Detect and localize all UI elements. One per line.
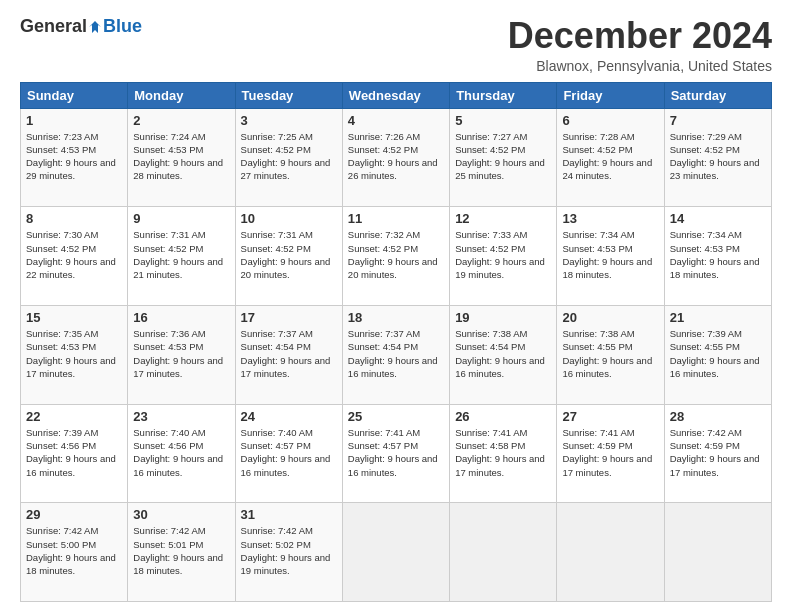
calendar-cell: 13Sunrise: 7:34 AMSunset: 4:53 PMDayligh… [557, 207, 664, 306]
calendar-header-monday: Monday [128, 82, 235, 108]
logo-general: General [20, 16, 87, 37]
page: General Blue December 2024 Blawnox, Penn… [0, 0, 792, 612]
day-number: 12 [455, 211, 551, 226]
location: Blawnox, Pennsylvania, United States [508, 58, 772, 74]
calendar-cell: 6Sunrise: 7:28 AMSunset: 4:52 PMDaylight… [557, 108, 664, 207]
logo-text: General Blue [20, 16, 142, 37]
calendar-week-row-1: 1Sunrise: 7:23 AMSunset: 4:53 PMDaylight… [21, 108, 772, 207]
cell-details: Sunrise: 7:41 AMSunset: 4:59 PMDaylight:… [562, 427, 652, 478]
calendar-cell: 4Sunrise: 7:26 AMSunset: 4:52 PMDaylight… [342, 108, 449, 207]
calendar-cell: 15Sunrise: 7:35 AMSunset: 4:53 PMDayligh… [21, 305, 128, 404]
calendar-cell: 18Sunrise: 7:37 AMSunset: 4:54 PMDayligh… [342, 305, 449, 404]
cell-details: Sunrise: 7:31 AMSunset: 4:52 PMDaylight:… [241, 229, 331, 280]
day-number: 3 [241, 113, 337, 128]
calendar-cell: 19Sunrise: 7:38 AMSunset: 4:54 PMDayligh… [450, 305, 557, 404]
calendar-cell: 24Sunrise: 7:40 AMSunset: 4:57 PMDayligh… [235, 404, 342, 503]
cell-details: Sunrise: 7:39 AMSunset: 4:55 PMDaylight:… [670, 328, 760, 379]
calendar-cell [450, 503, 557, 602]
cell-details: Sunrise: 7:24 AMSunset: 4:53 PMDaylight:… [133, 131, 223, 182]
day-number: 5 [455, 113, 551, 128]
cell-details: Sunrise: 7:37 AMSunset: 4:54 PMDaylight:… [241, 328, 331, 379]
calendar-header-row: SundayMondayTuesdayWednesdayThursdayFrid… [21, 82, 772, 108]
title-block: December 2024 Blawnox, Pennsylvania, Uni… [508, 16, 772, 74]
calendar-header-wednesday: Wednesday [342, 82, 449, 108]
calendar-week-row-4: 22Sunrise: 7:39 AMSunset: 4:56 PMDayligh… [21, 404, 772, 503]
month-title: December 2024 [508, 16, 772, 56]
cell-details: Sunrise: 7:34 AMSunset: 4:53 PMDaylight:… [562, 229, 652, 280]
calendar-cell: 25Sunrise: 7:41 AMSunset: 4:57 PMDayligh… [342, 404, 449, 503]
calendar-cell: 26Sunrise: 7:41 AMSunset: 4:58 PMDayligh… [450, 404, 557, 503]
cell-details: Sunrise: 7:38 AMSunset: 4:54 PMDaylight:… [455, 328, 545, 379]
day-number: 24 [241, 409, 337, 424]
calendar-cell [664, 503, 771, 602]
day-number: 30 [133, 507, 229, 522]
day-number: 28 [670, 409, 766, 424]
cell-details: Sunrise: 7:39 AMSunset: 4:56 PMDaylight:… [26, 427, 116, 478]
header: General Blue December 2024 Blawnox, Penn… [20, 16, 772, 74]
day-number: 26 [455, 409, 551, 424]
calendar-header-thursday: Thursday [450, 82, 557, 108]
cell-details: Sunrise: 7:32 AMSunset: 4:52 PMDaylight:… [348, 229, 438, 280]
cell-details: Sunrise: 7:23 AMSunset: 4:53 PMDaylight:… [26, 131, 116, 182]
calendar-header-friday: Friday [557, 82, 664, 108]
cell-details: Sunrise: 7:34 AMSunset: 4:53 PMDaylight:… [670, 229, 760, 280]
cell-details: Sunrise: 7:28 AMSunset: 4:52 PMDaylight:… [562, 131, 652, 182]
calendar-cell: 17Sunrise: 7:37 AMSunset: 4:54 PMDayligh… [235, 305, 342, 404]
cell-details: Sunrise: 7:31 AMSunset: 4:52 PMDaylight:… [133, 229, 223, 280]
cell-details: Sunrise: 7:42 AMSunset: 4:59 PMDaylight:… [670, 427, 760, 478]
calendar-header-tuesday: Tuesday [235, 82, 342, 108]
day-number: 8 [26, 211, 122, 226]
calendar-week-row-2: 8Sunrise: 7:30 AMSunset: 4:52 PMDaylight… [21, 207, 772, 306]
logo: General Blue [20, 16, 142, 37]
calendar-cell: 23Sunrise: 7:40 AMSunset: 4:56 PMDayligh… [128, 404, 235, 503]
day-number: 23 [133, 409, 229, 424]
calendar-cell: 27Sunrise: 7:41 AMSunset: 4:59 PMDayligh… [557, 404, 664, 503]
calendar: SundayMondayTuesdayWednesdayThursdayFrid… [20, 82, 772, 602]
cell-details: Sunrise: 7:33 AMSunset: 4:52 PMDaylight:… [455, 229, 545, 280]
cell-details: Sunrise: 7:35 AMSunset: 4:53 PMDaylight:… [26, 328, 116, 379]
cell-details: Sunrise: 7:42 AMSunset: 5:01 PMDaylight:… [133, 525, 223, 576]
cell-details: Sunrise: 7:27 AMSunset: 4:52 PMDaylight:… [455, 131, 545, 182]
cell-details: Sunrise: 7:37 AMSunset: 4:54 PMDaylight:… [348, 328, 438, 379]
day-number: 15 [26, 310, 122, 325]
calendar-cell: 28Sunrise: 7:42 AMSunset: 4:59 PMDayligh… [664, 404, 771, 503]
day-number: 13 [562, 211, 658, 226]
calendar-cell: 5Sunrise: 7:27 AMSunset: 4:52 PMDaylight… [450, 108, 557, 207]
calendar-week-row-5: 29Sunrise: 7:42 AMSunset: 5:00 PMDayligh… [21, 503, 772, 602]
calendar-cell: 11Sunrise: 7:32 AMSunset: 4:52 PMDayligh… [342, 207, 449, 306]
calendar-cell: 10Sunrise: 7:31 AMSunset: 4:52 PMDayligh… [235, 207, 342, 306]
day-number: 7 [670, 113, 766, 128]
calendar-cell: 7Sunrise: 7:29 AMSunset: 4:52 PMDaylight… [664, 108, 771, 207]
day-number: 25 [348, 409, 444, 424]
calendar-cell: 8Sunrise: 7:30 AMSunset: 4:52 PMDaylight… [21, 207, 128, 306]
day-number: 17 [241, 310, 337, 325]
logo-bird-icon [88, 20, 102, 34]
day-number: 29 [26, 507, 122, 522]
day-number: 22 [26, 409, 122, 424]
cell-details: Sunrise: 7:40 AMSunset: 4:56 PMDaylight:… [133, 427, 223, 478]
calendar-cell: 21Sunrise: 7:39 AMSunset: 4:55 PMDayligh… [664, 305, 771, 404]
calendar-cell: 3Sunrise: 7:25 AMSunset: 4:52 PMDaylight… [235, 108, 342, 207]
day-number: 9 [133, 211, 229, 226]
calendar-header-saturday: Saturday [664, 82, 771, 108]
logo-blue: Blue [103, 16, 142, 37]
day-number: 2 [133, 113, 229, 128]
calendar-cell: 9Sunrise: 7:31 AMSunset: 4:52 PMDaylight… [128, 207, 235, 306]
calendar-cell [342, 503, 449, 602]
day-number: 21 [670, 310, 766, 325]
cell-details: Sunrise: 7:25 AMSunset: 4:52 PMDaylight:… [241, 131, 331, 182]
cell-details: Sunrise: 7:42 AMSunset: 5:02 PMDaylight:… [241, 525, 331, 576]
calendar-header-sunday: Sunday [21, 82, 128, 108]
calendar-cell: 1Sunrise: 7:23 AMSunset: 4:53 PMDaylight… [21, 108, 128, 207]
day-number: 27 [562, 409, 658, 424]
day-number: 10 [241, 211, 337, 226]
calendar-cell: 16Sunrise: 7:36 AMSunset: 4:53 PMDayligh… [128, 305, 235, 404]
day-number: 14 [670, 211, 766, 226]
day-number: 20 [562, 310, 658, 325]
day-number: 11 [348, 211, 444, 226]
cell-details: Sunrise: 7:30 AMSunset: 4:52 PMDaylight:… [26, 229, 116, 280]
calendar-cell: 22Sunrise: 7:39 AMSunset: 4:56 PMDayligh… [21, 404, 128, 503]
day-number: 31 [241, 507, 337, 522]
calendar-week-row-3: 15Sunrise: 7:35 AMSunset: 4:53 PMDayligh… [21, 305, 772, 404]
day-number: 18 [348, 310, 444, 325]
